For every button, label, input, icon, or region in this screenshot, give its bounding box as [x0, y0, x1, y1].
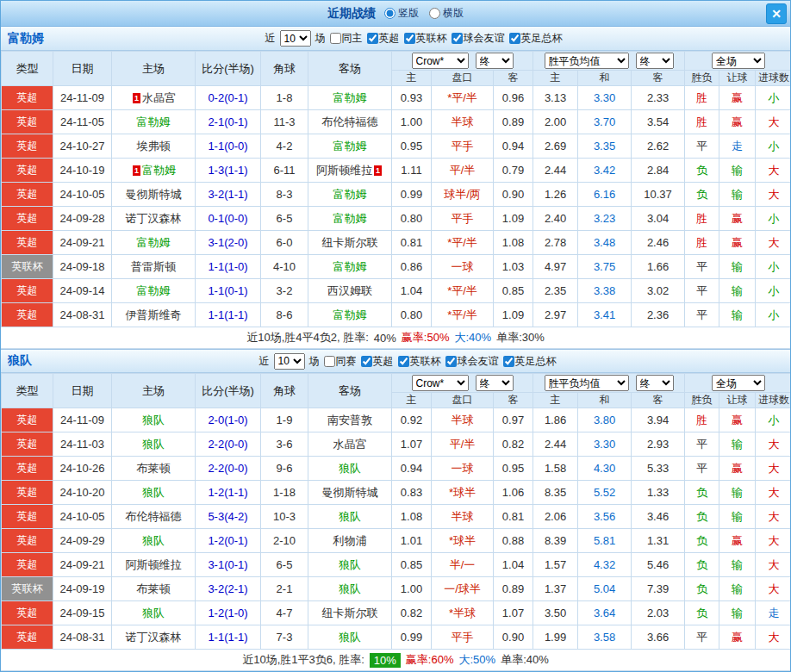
league-type-badge: 英超 [2, 601, 53, 625]
team-label: 纽卡斯尔联 [322, 607, 378, 619]
same-checkbox-input[interactable] [330, 33, 341, 44]
avg-home: 2.35 [533, 279, 578, 303]
league-checkbox-input[interactable] [509, 33, 520, 44]
avg-away: 1.66 [632, 255, 685, 279]
league-checkbox-input[interactable] [452, 33, 463, 44]
handicap-line: 球半/两 [432, 183, 494, 207]
home-team: 阿斯顿维拉 [112, 553, 196, 577]
avg-final-select[interactable]: 终 [636, 53, 674, 69]
result-cell: 负 [685, 481, 719, 505]
league-type-badge: 英超 [2, 303, 53, 327]
avg-final-select[interactable]: 终 [636, 375, 674, 391]
view-mode-option[interactable]: 竖版 [384, 6, 419, 21]
avg-away: 5.46 [632, 553, 685, 577]
avg-select[interactable]: 胜平负均值 [545, 53, 629, 69]
league-filter-checkbox[interactable]: 英超 [361, 354, 394, 369]
league-checkbox-input[interactable] [503, 356, 514, 367]
league-checkbox-input[interactable] [367, 33, 378, 44]
league-filter-checkbox[interactable]: 英联杯 [404, 31, 447, 46]
view-mode-radio[interactable] [384, 8, 396, 19]
avg-draw: 6.16 [578, 183, 632, 207]
match-count-select[interactable]: 10 [280, 30, 311, 47]
away-team: 狼队 [308, 505, 392, 529]
odds-home: 0.99 [392, 183, 432, 207]
home-team: 狼队 [112, 481, 196, 505]
league-checkbox-input[interactable] [361, 356, 372, 367]
same-filter-label: 同主 [342, 31, 363, 46]
column-header: 比分(半场) [196, 52, 261, 86]
results-table: 类型日期主场比分(半场)角球客场Crow*终胜平负均值终全场主盘口客主和客胜负让… [1, 373, 791, 650]
section-header: 富勒姆近10场同主英超英联杯球会友谊英足总杯 [1, 27, 790, 51]
league-type-badge: 英超 [2, 183, 53, 207]
scope-select[interactable]: 全场 [712, 375, 765, 391]
league-filter-checkbox[interactable]: 英超 [367, 31, 400, 46]
odds-away: 0.89 [494, 577, 533, 601]
odds-final-select[interactable]: 终 [476, 53, 514, 69]
view-mode-radio[interactable] [429, 8, 440, 19]
avg-draw: 3.41 [578, 303, 632, 327]
column-header: 主场 [112, 52, 196, 86]
section-header: 狼队近10场同赛英超英联杯球会友谊英足总杯 [1, 349, 790, 373]
league-filter-checkbox[interactable]: 球会友谊 [452, 31, 505, 46]
odds-home: 1.08 [392, 505, 432, 529]
odds-provider-select[interactable]: Crow* [412, 375, 469, 391]
result-cell: 平 [685, 432, 719, 457]
handicap-line: *平/半 [432, 303, 494, 327]
away-team: 阿斯顿维拉1 [308, 159, 392, 183]
view-mode-option[interactable]: 横版 [429, 6, 464, 21]
match-date: 24-10-27 [53, 134, 112, 159]
avg-draw: 3.64 [578, 601, 632, 625]
sub-header: 和 [578, 71, 632, 86]
match-score: 1-1(1-0) [196, 255, 261, 279]
home-team: 布莱顿 [112, 457, 196, 481]
league-type-badge: 英超 [2, 207, 53, 231]
odds-provider-select[interactable]: Crow* [412, 53, 469, 69]
home-team: 1水晶宫 [112, 86, 196, 110]
same-filter-checkbox[interactable]: 同主 [330, 31, 363, 46]
league-filter-label: 英足总杯 [515, 354, 557, 369]
filter-bar: 近10场同主英超英联杯球会友谊英足总杯 [265, 30, 563, 47]
avg-away: 2.84 [632, 159, 685, 183]
match-count-select[interactable]: 10 [274, 353, 305, 370]
league-filter-checkbox[interactable]: 英联杯 [398, 354, 441, 369]
close-button[interactable]: ✕ [766, 3, 787, 24]
big-rate: 大:50% [459, 652, 496, 668]
away-team: 富勒姆 [308, 134, 392, 159]
league-checkbox-input[interactable] [404, 33, 415, 44]
league-filter-label: 球会友谊 [458, 354, 499, 369]
avg-away: 2.36 [632, 303, 685, 327]
home-team: 伊普斯维奇 [112, 303, 196, 327]
scope-header-cell: 全场 [685, 52, 791, 71]
avg-home: 2.00 [533, 110, 578, 134]
match-score: 3-1(0-1) [196, 553, 261, 577]
summary-bar: 近10场,胜1平3负6, 胜率:10%赢率:60%大:50%单率:40% [1, 650, 790, 671]
avg-draw: 3.80 [578, 408, 632, 432]
single-rate: 单率:40% [501, 652, 549, 668]
avg-away: 1.31 [632, 529, 685, 553]
view-mode-label: 竖版 [398, 6, 419, 21]
scope-select[interactable]: 全场 [712, 53, 765, 69]
league-type-badge: 英超 [2, 457, 53, 481]
avg-home: 8.39 [533, 529, 578, 553]
team-label: 富勒姆 [137, 115, 171, 128]
handicap-result-cell: 走 [719, 134, 756, 159]
match-score: 0-2(0-1) [196, 86, 261, 110]
odds-header-cell: Crow*终 [392, 374, 533, 393]
league-filter-checkbox[interactable]: 球会友谊 [445, 354, 499, 369]
team-label: 曼彻斯特城 [322, 486, 378, 499]
handicap-line: *球半 [432, 481, 494, 505]
league-checkbox-input[interactable] [398, 356, 409, 367]
league-filter-checkbox[interactable]: 英足总杯 [503, 354, 557, 369]
same-checkbox-input[interactable] [324, 356, 335, 367]
goals-result-cell: 大 [756, 110, 791, 134]
avg-select[interactable]: 胜平负均值 [545, 375, 629, 391]
league-checkbox-input[interactable] [445, 356, 457, 367]
goals-result-cell: 大 [756, 159, 791, 183]
home-team: 曼彻斯特城 [112, 183, 196, 207]
avg-away: 7.39 [632, 577, 685, 601]
odds-final-select[interactable]: 终 [476, 375, 514, 391]
avg-away: 3.46 [632, 505, 685, 529]
same-filter-checkbox[interactable]: 同赛 [324, 354, 357, 369]
league-type-badge: 英超 [2, 481, 53, 505]
league-filter-checkbox[interactable]: 英足总杯 [509, 31, 563, 46]
